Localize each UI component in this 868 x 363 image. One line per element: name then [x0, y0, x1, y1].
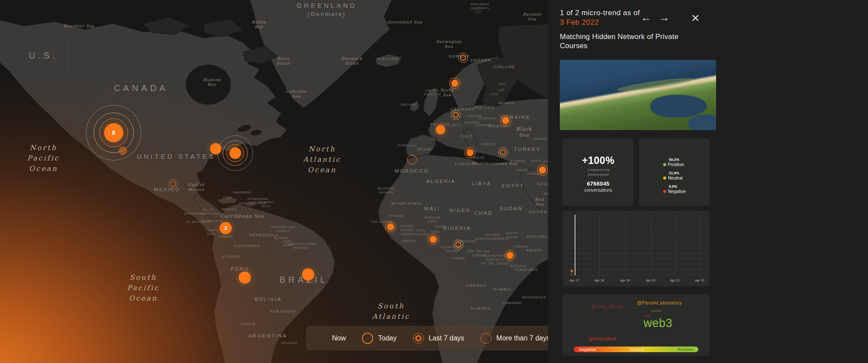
map-label: GUYANA	[274, 236, 289, 240]
scale-negative-label: Negative	[579, 347, 596, 352]
chart-data-point	[571, 270, 573, 272]
marker-circle	[362, 333, 373, 344]
map-label: UGANDA	[513, 245, 528, 249]
sentiment-row-neutral: 31.9%Neutral	[663, 171, 686, 180]
map-label: ANGOLA	[466, 283, 487, 288]
map-label: LAT	[499, 88, 505, 92]
marker-circle	[458, 53, 468, 63]
map-label: SYRIA	[531, 159, 542, 163]
map-label: SLOVAKIA	[479, 117, 496, 121]
map-label: IRELAND	[401, 103, 416, 107]
chart-x-tick: Apr 21	[670, 278, 680, 282]
sentiment-percentage: 9.0%	[669, 184, 686, 189]
map-label: WESTERN SAHARA	[378, 187, 395, 195]
map-label: BOLIVIA	[255, 296, 282, 302]
marker-circle	[302, 268, 314, 281]
marker-circle	[413, 333, 424, 343]
map-label: LIBYA	[472, 180, 491, 186]
sentiment-rows: 59.2%Positive31.9%Neutral9.0%Negative	[663, 157, 686, 198]
map-label: GUINEA	[399, 225, 413, 229]
map-label: ETHIOPIA	[527, 235, 548, 239]
map-label: PUERTO RICO	[259, 201, 274, 209]
legend-item-older: More than 7 days ago	[480, 332, 548, 344]
map-label: UNITED KINGDOM	[424, 89, 441, 97]
map-label: COLOMBIA	[234, 244, 260, 249]
map-label: BELARUS	[498, 101, 515, 105]
marker-circle	[217, 135, 253, 171]
sentiment-label-line: Positive	[663, 162, 686, 167]
conversation-count-label: conversations	[563, 187, 634, 193]
map-label: TURKEY	[514, 146, 541, 152]
marker-count-label: 8	[112, 129, 115, 136]
map-label: KENYA	[526, 248, 542, 253]
marker-circle	[465, 147, 476, 158]
map-label: ERITREA	[529, 210, 548, 215]
change-subtitle: Compared to the previous period	[563, 168, 634, 177]
map-label: NICARAGUA	[202, 219, 223, 223]
chart-x-tick: Apr 20	[646, 278, 655, 282]
chart-x-tick: Apr 19	[620, 278, 630, 282]
map-label: MAURITANIA	[391, 201, 422, 206]
legend-item-label: Today	[378, 334, 397, 342]
map-label: PORTUGAL	[398, 144, 418, 148]
next-trend-arrow-icon[interactable]: →	[659, 12, 670, 23]
sentiment-dot-icon	[663, 190, 666, 193]
map-label: CHAD	[474, 210, 493, 216]
legend-item-now: Now	[316, 332, 346, 344]
map-label: TOGO	[430, 230, 440, 234]
marker-circle	[118, 147, 127, 155]
chart-x-tick: Apr 18	[595, 278, 604, 282]
panel-header-date: 3 Feb 2022	[560, 18, 599, 27]
chart-gridline	[625, 215, 625, 275]
map-label: MOROCCO	[395, 168, 429, 174]
wordcloud-word: @ParamLaboratory	[637, 300, 682, 305]
map-label: TANZANIA	[514, 268, 538, 272]
map-label: TRINIDAD AND TOBAGO	[270, 226, 296, 233]
map-label: POLAND	[475, 105, 495, 110]
map-label: JAMAICA	[221, 208, 237, 212]
map-label: MALTA	[473, 156, 484, 160]
map-label: COSTA RICA	[205, 229, 217, 236]
marker-circle	[480, 333, 491, 343]
map-label: LITH	[490, 93, 498, 97]
wordcloud-word: generated	[589, 335, 616, 342]
map-label: Baffin Bay	[252, 20, 266, 30]
chart-gridline	[675, 215, 675, 275]
map-label: EGYPT	[502, 183, 524, 189]
map-label: SVALBARD (NORWAY)	[470, 3, 489, 10]
legend-item-label: Last 7 days	[429, 334, 464, 342]
photo-pond	[651, 95, 707, 118]
map-label: ZAMBIA	[493, 287, 512, 292]
map-legend: NowTodayLast 7 daysMore than 7 days ago	[306, 326, 548, 350]
marker-circle	[316, 333, 327, 344]
previous-trend-arrow-icon[interactable]: ←	[641, 12, 651, 23]
chart-x-tick: Apr 22	[695, 278, 704, 282]
map-label: ECUADOR	[222, 255, 240, 259]
wordcloud-word: market	[651, 309, 661, 312]
conversation-count: 6766045	[563, 181, 634, 187]
map-label: GEORGIA	[534, 137, 548, 141]
sentiment-label-line: Neutral	[663, 175, 686, 180]
map-label: PANAMA	[218, 235, 233, 239]
world-map[interactable]: GREENLAND(Denmark)SVALBARD (NORWAY)U.S.C…	[0, 0, 548, 363]
trend-photo-golf-course	[560, 60, 716, 130]
sentiment-scale-bar: Negative Neutral Positive	[574, 347, 698, 352]
map-label: UNITED STATES	[137, 153, 215, 161]
map-label: PARAGUAY	[270, 309, 296, 314]
wordcloud-word: web3	[644, 316, 673, 330]
map-label: TUNISIA	[454, 162, 474, 167]
sentiment-dot-icon	[663, 163, 666, 166]
map-label: IRAQ	[543, 160, 548, 164]
map-label: SPAIN	[417, 147, 432, 152]
map-label: U.S.	[29, 50, 58, 61]
map-label: URUGUAY	[281, 341, 298, 345]
map-label: CYPRUS	[510, 160, 525, 164]
map-label: FINLAND	[493, 65, 515, 69]
map-label: BELIZE	[202, 208, 215, 212]
map-label: SOUTH SUDAN	[506, 232, 518, 239]
photo-treeline	[616, 75, 694, 93]
marker-circle	[450, 78, 460, 89]
marker-circle	[505, 250, 516, 261]
marker-circle	[454, 240, 464, 250]
close-icon[interactable]: ×	[691, 11, 700, 25]
